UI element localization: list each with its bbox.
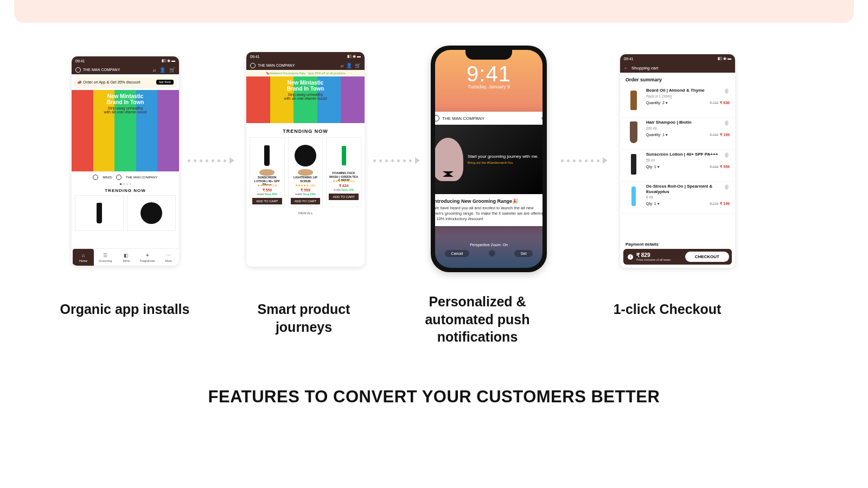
product-price: ₹ 424 <box>339 184 349 188</box>
cart-total: ₹ 829 <box>636 252 671 258</box>
delete-icon[interactable]: 🗑 <box>724 88 730 94</box>
cancel-button[interactable]: Cancel <box>445 250 470 257</box>
add-to-cart-button[interactable]: ADD TO CART <box>252 198 282 204</box>
hero-line2: Brand In Town <box>287 86 324 92</box>
promo-text: Order on App & Get 20% discount <box>83 80 140 84</box>
view-all-link[interactable]: VIEW ALL <box>246 207 365 219</box>
bottomnav-grooming[interactable]: ☰Grooming <box>95 249 116 266</box>
home-icon: ⌂ <box>82 253 85 258</box>
hero-line1: New Mintastic <box>288 80 324 86</box>
product-card[interactable]: SUNSCREEN LOTION | 40+ SPF PA+++ ★★★★★ (… <box>250 137 285 207</box>
close-icon[interactable]: ✕ <box>541 116 542 121</box>
checkout-button[interactable]: CHECKOUT <box>685 252 729 262</box>
product-rating: ★★★★★ (14) <box>257 183 277 187</box>
more-icon: ⋯ <box>166 253 171 258</box>
delete-icon[interactable]: 🗑 <box>724 152 730 158</box>
push-notification[interactable]: THE MAN COMPANY ✕ Start your grooming jo… <box>435 112 542 226</box>
cart-item-name: Beard Oil | Almond & Thyme <box>646 88 705 94</box>
app-navbar: THE MAN COMPANY ⌕👤🛒 <box>246 61 365 70</box>
search-icon[interactable]: ⌕ <box>341 63 343 68</box>
page-title: Shopping cart <box>631 66 658 70</box>
product-rating: ★★★★★ (42) <box>295 183 315 187</box>
status-time: 09:41 <box>624 57 634 61</box>
phone-product-journeys: 09:41▮▯◉▬ THE MAN COMPANY ⌕👤🛒 🔖 Weekend … <box>246 52 365 267</box>
back-icon[interactable]: ← <box>624 66 628 70</box>
brand-logo-icon <box>435 115 439 121</box>
cart-item-name: Sunscreen Lotion | 40+ SPF PA+++ <box>646 152 718 158</box>
notif-title: Introducing New Grooming Range🎉 <box>435 198 542 204</box>
sale-banner[interactable]: 🔖 Weekend Groomanza Sale - Upto 50% off … <box>246 70 365 76</box>
brand-name: THE MAN COMPANY <box>258 63 295 67</box>
minis-icon: ◧ <box>124 253 129 258</box>
product-card[interactable]: FOAMING FACE WASH | GREEN TEA & NEEM ★★★… <box>326 137 361 207</box>
delete-icon[interactable]: 🗑 <box>724 120 730 126</box>
product-tile[interactable] <box>75 195 124 231</box>
bottomnav-minis[interactable]: ◧Minis <box>116 249 137 266</box>
cart-item-variant: Pack of 1 (30ml) <box>646 94 730 98</box>
add-to-cart-button[interactable]: ADD TO CART <box>329 194 359 200</box>
brand-tabs: MINIS THE MAN COMPANY <box>72 171 179 182</box>
payment-details-title: Payment details <box>626 242 730 247</box>
quantity-select[interactable]: Quantity: 2 ▾ <box>646 101 668 105</box>
cart-item-variant: 59 ml <box>646 158 730 162</box>
product-rating: ★★★★★ (131) <box>333 179 355 183</box>
brand-tab-main[interactable]: THE MAN COMPANY <box>126 176 158 179</box>
user-icon[interactable]: 👤 <box>346 63 352 68</box>
hero-banner[interactable]: New Mintastic Brand In Town Strip away u… <box>72 90 179 171</box>
app-navbar: THE MAN COMPANY ⌕ 👤 🛒 <box>72 65 179 74</box>
quantity-select[interactable]: Qty: 1 ▾ <box>646 165 660 169</box>
feature-caption-3: Personalized & automated push notificati… <box>407 293 548 346</box>
brand-logo-icon <box>75 67 81 73</box>
hero-banner[interactable]: New Mintastic Brand In Town Strip away u… <box>246 76 365 123</box>
hero-line2: Brand In Town <box>107 99 144 105</box>
delete-icon[interactable]: 🗑 <box>724 184 730 195</box>
appstore-badge[interactable]: App Store <box>156 80 174 85</box>
quantity-select[interactable]: Qty: 1 ▾ <box>646 202 660 206</box>
phone-organic-installs: 09:41 ▮▯◉▬ THE MAN COMPANY ⌕ 👤 🛒 📣 Order… <box>72 56 179 266</box>
cart-header: ← Shopping cart <box>620 63 735 73</box>
trending-title: TRENDING NOW <box>72 185 179 195</box>
lockscreen-date: Tuesday, January 9 <box>435 84 542 89</box>
feature-caption-1: Organic app installs <box>54 300 195 318</box>
status-indicators: ▮▯◉▬ <box>161 59 175 63</box>
checkout-bar: i ₹ 829 Price inclusive of all taxes CHE… <box>623 249 732 265</box>
quantity-select[interactable]: Quantity: 1 ▾ <box>646 133 668 137</box>
trending-title: TRENDING NOW <box>246 123 365 137</box>
product-name: FOAMING FACE WASH | GREEN TEA & NEEM <box>329 171 359 179</box>
page-tagline: FEATURES TO CONVERT YOUR CUSTOMERS BETTE… <box>0 387 868 407</box>
bottomnav-fragrances[interactable]: ✶Fragrances <box>137 249 158 266</box>
bottomnav-home[interactable]: ⌂Home <box>73 249 94 266</box>
feature-caption-4: 1-click Checkout <box>597 300 738 318</box>
search-icon[interactable]: ⌕ <box>153 67 156 73</box>
product-tile[interactable] <box>127 195 176 231</box>
feature-caption-2: Smart product journeys <box>233 300 374 336</box>
brand-name: THE MAN COMPANY <box>83 68 120 72</box>
wallpaper-icon[interactable] <box>489 250 495 256</box>
flow-arrow-icon <box>188 157 234 164</box>
status-time: 09:41 <box>75 59 85 63</box>
user-icon[interactable]: 👤 <box>159 67 165 73</box>
cart-icon[interactable]: 🛒 <box>355 63 361 68</box>
order-summary-title: Order summary <box>620 73 735 86</box>
product-card[interactable]: LIGHTENING LIP SCRUB ★★★★★ (42) ₹ 559 ₹ … <box>288 137 323 207</box>
notif-image-text1: Start your grooming journey with me. <box>468 153 539 159</box>
lockscreen-time: 9:41 <box>435 62 542 86</box>
info-icon[interactable]: i <box>628 254 633 260</box>
iphone-notch <box>465 50 512 60</box>
brand-tab-minis[interactable]: MINIS <box>103 176 112 179</box>
notif-image-text2: Bring out the #GentlemanInYou <box>468 160 539 165</box>
status-time: 09:41 <box>250 55 260 59</box>
app-install-banner[interactable]: 📣 Order on App & Get 20% discount App St… <box>74 78 176 87</box>
bottomnav-more[interactable]: ⋯More <box>158 249 179 266</box>
product-name: SUNSCREEN LOTION | 40+ SPF PA+++ <box>252 176 282 183</box>
cart-icon[interactable]: 🛒 <box>169 67 175 73</box>
cart-item: Hair Shampoo | Biotin🗑 200 ml Quantity: … <box>620 118 735 150</box>
phone-push-notification: 9:41 Tuesday, January 9 THE MAN COMPANY … <box>431 46 547 272</box>
add-to-cart-button[interactable]: ADD TO CART <box>291 198 321 204</box>
hero-sub1: Strip away unhealthy <box>108 106 143 110</box>
phone-checkout: 09:41▮▯◉▬ ← Shopping cart Order summary … <box>620 54 735 268</box>
perspective-zoom-label: Perspective Zoom: On <box>435 243 542 247</box>
set-button[interactable]: Set <box>514 250 533 257</box>
tax-note: Price inclusive of all taxes <box>636 258 671 261</box>
cart-item: Beard Oil | Almond & Thyme🗑 Pack of 1 (3… <box>620 86 735 118</box>
